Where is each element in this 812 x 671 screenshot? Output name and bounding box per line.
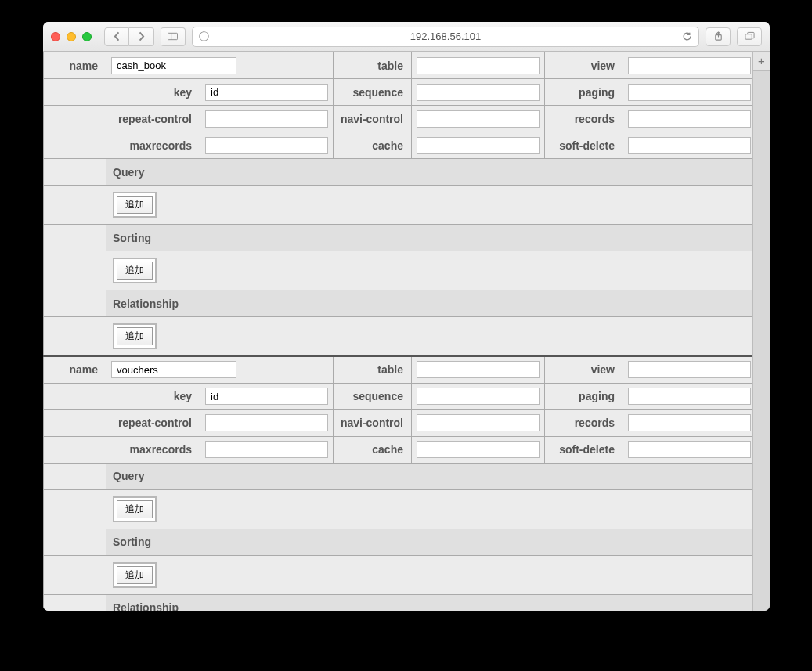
label-soft-delete: soft-delete [545, 132, 623, 159]
label-sequence: sequence [334, 79, 412, 106]
name-input[interactable] [111, 361, 236, 378]
config-table: name table view key sequence paging [43, 52, 752, 611]
label-navi-control: navi-control [334, 106, 412, 132]
toolbar-right [706, 27, 762, 46]
table-input[interactable] [417, 57, 540, 74]
chevron-left-icon [112, 31, 122, 41]
label-cache: cache [334, 436, 412, 463]
forward-button[interactable] [129, 27, 154, 46]
label-records: records [545, 409, 623, 436]
tab-strip: + [752, 52, 770, 611]
label-maxrecords: maxrecords [106, 436, 200, 463]
soft-delete-input[interactable] [628, 137, 751, 154]
context-row: repeat-control navi-control records [44, 409, 753, 436]
context-row: maxrecords cache soft-delete [44, 132, 753, 159]
navi-control-input[interactable] [417, 414, 540, 431]
reload-icon [682, 31, 692, 41]
label-view: view [545, 356, 623, 383]
label-table: table [334, 52, 412, 79]
label-repeat-control: repeat-control [106, 106, 200, 132]
site-info-icon[interactable]: ⓘ [199, 30, 209, 44]
table-input[interactable] [417, 361, 540, 378]
add-button-frame: 追加 [113, 323, 157, 349]
tabs-icon [745, 31, 755, 41]
query-add-button[interactable]: 追加 [117, 196, 153, 214]
label-table: table [334, 356, 412, 383]
query-section-header: Query [106, 463, 753, 489]
view-input[interactable] [628, 361, 751, 378]
page-content: name table view key sequence paging [43, 52, 752, 611]
reload-button[interactable] [682, 31, 692, 41]
sidebar-button[interactable] [161, 27, 186, 46]
sorting-section-header: Sorting [106, 225, 753, 251]
sorting-add-button[interactable]: 追加 [117, 262, 153, 280]
close-window-button[interactable] [51, 32, 60, 41]
label-name: name [44, 52, 106, 79]
paging-input[interactable] [628, 84, 751, 101]
tabs-button[interactable] [737, 27, 762, 46]
sequence-input[interactable] [417, 388, 540, 405]
sidebar-icon [168, 31, 178, 41]
context-row: repeat-control navi-control records [44, 106, 753, 132]
name-input[interactable] [111, 57, 236, 74]
add-button-frame: 追加 [113, 192, 157, 218]
navi-control-input[interactable] [417, 110, 540, 128]
query-add-button[interactable]: 追加 [117, 500, 153, 518]
query-section-header: Query [106, 159, 753, 186]
svg-rect-3 [745, 34, 751, 40]
add-button-frame: 追加 [113, 562, 157, 588]
address-bar[interactable]: ⓘ 192.168.56.101 [192, 27, 699, 47]
query-add-cell: 追加 [106, 489, 753, 529]
relationship-section-header: Relationship [106, 290, 753, 317]
sequence-input[interactable] [417, 84, 540, 101]
label-view: view [545, 52, 623, 79]
address-text: 192.168.56.101 [410, 31, 481, 42]
context-row: key sequence paging [44, 383, 753, 409]
share-button[interactable] [706, 27, 731, 46]
titlebar: ⓘ 192.168.56.101 [43, 22, 770, 52]
cache-input[interactable] [417, 441, 540, 458]
sorting-add-button[interactable]: 追加 [117, 566, 153, 584]
nav-back-forward [104, 27, 154, 46]
label-key: key [106, 79, 200, 106]
browser-window: ⓘ 192.168.56.101 [43, 22, 770, 611]
repeat-control-input[interactable] [205, 414, 328, 431]
new-tab-button[interactable]: + [753, 52, 770, 71]
label-key: key [106, 383, 200, 409]
soft-delete-input[interactable] [628, 441, 751, 458]
records-input[interactable] [628, 110, 751, 128]
view-input[interactable] [628, 57, 751, 74]
label-name: name [44, 356, 106, 383]
maxrecords-input[interactable] [205, 441, 328, 458]
key-input[interactable] [205, 388, 328, 405]
context-row: name table view [44, 52, 753, 79]
label-paging: paging [545, 79, 623, 106]
sidebar-toggle [161, 27, 186, 46]
sorting-section-header: Sorting [106, 529, 753, 555]
relationship-add-cell: 追加 [106, 317, 753, 357]
window-controls [51, 32, 92, 41]
label-paging: paging [545, 383, 623, 409]
label-soft-delete: soft-delete [545, 436, 623, 463]
svg-rect-0 [168, 33, 177, 39]
add-button-frame: 追加 [113, 258, 157, 283]
share-icon [713, 31, 724, 41]
repeat-control-input[interactable] [205, 110, 328, 128]
label-sequence: sequence [334, 383, 412, 409]
chevron-right-icon [136, 31, 146, 41]
paging-input[interactable] [628, 388, 751, 405]
records-input[interactable] [628, 414, 751, 431]
label-navi-control: navi-control [334, 409, 412, 436]
minimize-window-button[interactable] [67, 32, 76, 41]
zoom-window-button[interactable] [82, 32, 92, 41]
label-records: records [545, 106, 623, 132]
context-row: name table view [44, 356, 753, 383]
cache-input[interactable] [417, 137, 540, 154]
relationship-section-header: Relationship [106, 594, 753, 611]
relationship-add-button[interactable]: 追加 [117, 327, 153, 345]
maxrecords-input[interactable] [205, 137, 328, 154]
back-button[interactable] [104, 27, 129, 46]
context-row: key sequence paging [44, 79, 753, 106]
label-cache: cache [334, 132, 412, 159]
key-input[interactable] [205, 84, 328, 101]
